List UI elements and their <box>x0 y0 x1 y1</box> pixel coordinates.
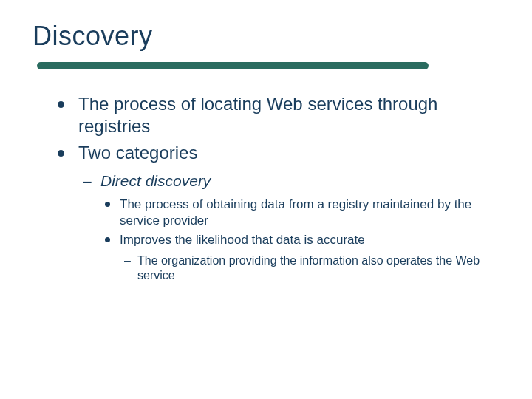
bullet-item: Improves the likelihood that data is acc… <box>105 232 488 284</box>
bullet-item: The process of locating Web services thr… <box>58 93 488 137</box>
bullet-text: The process of locating Web services thr… <box>78 94 437 136</box>
bullet-text: Two categories <box>78 143 197 163</box>
bullet-list-lvl1: The process of locating Web services thr… <box>58 93 488 284</box>
bullet-text: Direct discovery <box>100 172 211 189</box>
bullet-text: Improves the likelihood that data is acc… <box>120 233 365 247</box>
bullet-item: The process of obtaining data from a reg… <box>105 197 488 229</box>
bullet-item: Direct discovery The process of obtainin… <box>83 171 488 284</box>
bullet-list-lvl2: Direct discovery The process of obtainin… <box>83 171 488 284</box>
content-area: The process of locating Web services thr… <box>0 72 532 284</box>
title-underline <box>30 58 532 72</box>
underline-bar <box>37 62 429 69</box>
bullet-list-lvl4: The organization providing the informati… <box>124 253 488 284</box>
title-area: Discovery <box>0 0 532 72</box>
bullet-item: The organization providing the informati… <box>124 253 488 284</box>
bullet-text: The organization providing the informati… <box>137 254 480 282</box>
bullet-list-lvl3: The process of obtaining data from a reg… <box>105 197 488 284</box>
bullet-text: The process of obtaining data from a reg… <box>120 197 471 228</box>
slide: Discovery The process of locating Web se… <box>0 0 532 399</box>
bullet-item: Two categories Direct discovery The proc… <box>58 142 488 284</box>
slide-title: Discovery <box>33 21 532 52</box>
